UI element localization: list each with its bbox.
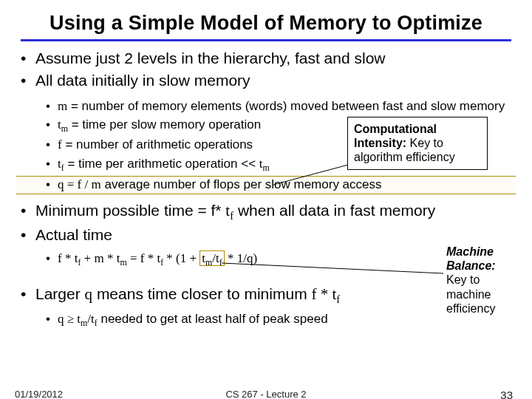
- bullet-assume: Assume just 2 levels in the hierarchy, f…: [16, 49, 516, 68]
- var-tm: tm: [58, 117, 68, 132]
- callout-machine-balance: Machine Balance: Key to machine efficien…: [446, 245, 510, 316]
- callout-computational-intensity: Computational Intensity: Key to algorith…: [347, 117, 488, 170]
- sub-bullet-q: q = f / m average number of flops per sl…: [16, 176, 516, 194]
- tm-over-tf-box: tm/tf: [200, 250, 224, 266]
- bullet-min-time: Minimum possible time = f* tf when all d…: [16, 201, 516, 223]
- equation: f * tf + m * tm = f * tf * (1 + tm/tf * …: [58, 251, 257, 265]
- sub-bullet-threshold: q ≥ tm/tf needed to get at least half of…: [16, 311, 516, 330]
- bullet-actual-time: Actual time: [16, 225, 516, 245]
- bullet-initial: All data initially in slow memory: [16, 71, 516, 90]
- var-m: m: [58, 99, 67, 113]
- slide-title: Using a Simple Model of Memory to Optimi…: [21, 10, 511, 41]
- footer-course: CS 267 - Lecture 2: [0, 389, 532, 399]
- bullet-list: Assume just 2 levels in the hierarchy, f…: [16, 49, 516, 330]
- slide-number: 33: [500, 389, 513, 399]
- sub-bullet-equation: f * tf + m * tm = f * tf * (1 + tm/tf * …: [16, 250, 516, 269]
- bullet-larger-q: Larger q means time closer to minimum f …: [16, 284, 516, 307]
- slide: Using a Simple Model of Memory to Optimi…: [0, 0, 532, 399]
- var-tf: tf: [58, 157, 64, 171]
- var-q: q = f / m: [58, 177, 101, 191]
- sub-bullet-m: m = number of memory elements (words) mo…: [16, 98, 516, 115]
